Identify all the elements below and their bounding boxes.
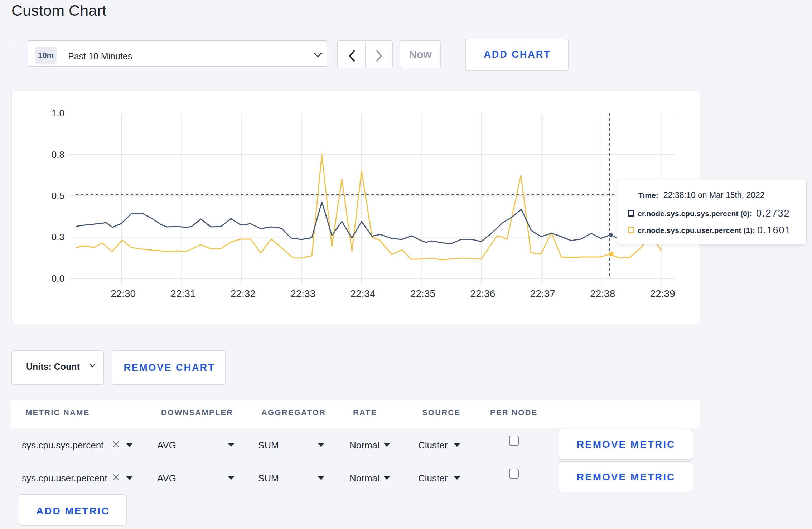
svg-text:0.3: 0.3	[52, 232, 64, 242]
svg-text:22:31: 22:31	[170, 288, 195, 299]
svg-text:0.5: 0.5	[52, 190, 64, 201]
svg-text:1.0: 1.0	[52, 108, 64, 118]
svg-text:22:32: 22:32	[231, 288, 256, 299]
svg-text:22:30: 22:30	[111, 288, 136, 299]
svg-text:22:34: 22:34	[351, 288, 376, 299]
svg-text:0.8: 0.8	[52, 149, 64, 160]
svg-text:22:35: 22:35	[410, 288, 435, 299]
svg-text:22:33: 22:33	[290, 288, 315, 299]
svg-text:22:39: 22:39	[650, 288, 675, 299]
svg-text:0.0: 0.0	[52, 273, 64, 284]
svg-text:22:38: 22:38	[590, 288, 615, 299]
svg-text:22:37: 22:37	[530, 288, 555, 299]
svg-text:22:36: 22:36	[470, 288, 495, 299]
